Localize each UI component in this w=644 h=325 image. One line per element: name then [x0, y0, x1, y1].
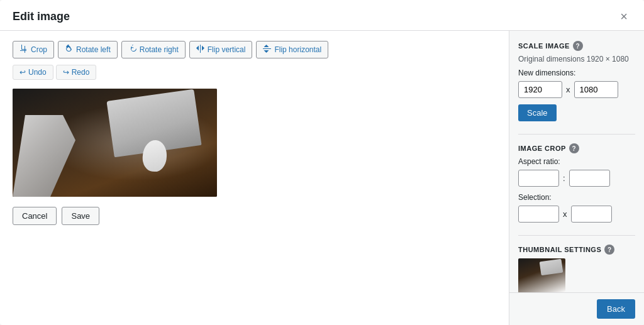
- right-sidebar: SCALE IMAGE ? Original dimensions 1920 ×…: [509, 31, 644, 325]
- selection-width-input[interactable]: [518, 206, 559, 223]
- cancel-button[interactable]: Cancel: [13, 207, 57, 225]
- modal-body: Crop Rotate left R: [0, 31, 644, 325]
- thumbnail-title: THUMBNAIL SETTINGS ?: [518, 245, 635, 255]
- crop-help-icon[interactable]: ?: [569, 143, 579, 153]
- back-button[interactable]: Back: [597, 299, 635, 319]
- close-button[interactable]: ×: [616, 9, 631, 24]
- rotate-right-label: Rotate right: [140, 45, 179, 54]
- undo-redo-bar: ↩ Undo ↪ Redo: [13, 65, 496, 80]
- image-crop-title: IMAGE CROP ?: [518, 143, 635, 153]
- dim-separator: x: [566, 85, 570, 94]
- aspect-ratio-label: Aspect ratio:: [518, 157, 635, 166]
- modal-header: Edit image ×: [0, 0, 644, 31]
- rotate-left-icon: [65, 45, 73, 55]
- thumbnail-help-icon[interactable]: ?: [604, 245, 614, 255]
- selection-row: x: [518, 206, 635, 223]
- crop-button[interactable]: Crop: [13, 41, 54, 58]
- image-crop-section: IMAGE CROP ? Aspect ratio: : Selection: …: [518, 143, 635, 223]
- rotate-right-button[interactable]: Rotate right: [121, 41, 186, 58]
- width-input[interactable]: [518, 81, 562, 98]
- scale-image-title: SCALE IMAGE ?: [518, 41, 635, 51]
- redo-arrow-icon: ↪: [63, 68, 69, 77]
- crop-icon: [19, 45, 28, 55]
- flip-horizontal-icon: [263, 45, 271, 55]
- crop-label: Crop: [31, 45, 47, 54]
- separator-2: [518, 235, 635, 236]
- flip-vertical-button[interactable]: Flip vertical: [189, 41, 253, 58]
- selection-separator: x: [563, 209, 567, 219]
- rotate-right-icon: [128, 45, 136, 55]
- undo-button[interactable]: ↩ Undo: [13, 65, 53, 80]
- crop-title-text: IMAGE CROP: [518, 145, 566, 152]
- separator-1: [518, 134, 635, 135]
- aspect-ratio-row: :: [518, 170, 635, 187]
- new-dimensions-label: New dimensions:: [518, 69, 635, 77]
- original-dimensions-label: Original dimensions 1920 × 1080: [518, 55, 635, 63]
- modal-title: Edit image: [13, 10, 70, 23]
- scale-title-text: SCALE IMAGE: [518, 42, 570, 50]
- aspect-height-input[interactable]: [569, 170, 610, 187]
- redo-button[interactable]: ↪ Redo: [56, 65, 97, 80]
- selection-label: Selection:: [518, 193, 635, 202]
- flip-vertical-label: Flip vertical: [208, 45, 246, 54]
- thumbnail-laptop-visual: [540, 259, 564, 276]
- main-area: Crop Rotate left R: [0, 31, 509, 325]
- height-input[interactable]: [574, 81, 618, 98]
- aspect-width-input[interactable]: [518, 170, 559, 187]
- edit-image-modal: Edit image × Crop: [0, 0, 644, 325]
- redo-label: Redo: [72, 68, 90, 77]
- sidebar-footer: Back: [509, 292, 644, 325]
- image-preview: [13, 89, 217, 197]
- rotate-left-button[interactable]: Rotate left: [58, 41, 118, 58]
- thumbnail-title-text: THUMBNAIL SETTINGS: [518, 246, 601, 253]
- flip-horizontal-button[interactable]: Flip horizontal: [256, 41, 328, 58]
- aspect-separator: :: [563, 174, 565, 183]
- dimensions-row: x: [518, 81, 635, 98]
- toolbar: Crop Rotate left R: [13, 41, 496, 58]
- undo-arrow-icon: ↩: [19, 68, 26, 77]
- scale-image-section: SCALE IMAGE ? Original dimensions 1920 ×…: [518, 41, 635, 121]
- scale-help-icon[interactable]: ?: [573, 41, 583, 51]
- thumbnail-preview: [518, 258, 565, 292]
- chair-visual: [13, 115, 82, 197]
- action-buttons: Cancel Save: [13, 207, 496, 225]
- selection-height-input[interactable]: [571, 206, 612, 223]
- thumbnail-settings-section: THUMBNAIL SETTINGS ?: [518, 245, 635, 292]
- undo-label: Undo: [28, 68, 47, 77]
- flip-horizontal-label: Flip horizontal: [274, 45, 321, 54]
- rotate-left-label: Rotate left: [76, 45, 111, 54]
- image-background: [13, 89, 217, 197]
- flip-vertical-icon: [196, 45, 204, 55]
- sidebar-scroll: SCALE IMAGE ? Original dimensions 1920 ×…: [509, 31, 644, 292]
- save-button[interactable]: Save: [62, 207, 99, 225]
- scale-button[interactable]: Scale: [518, 104, 557, 121]
